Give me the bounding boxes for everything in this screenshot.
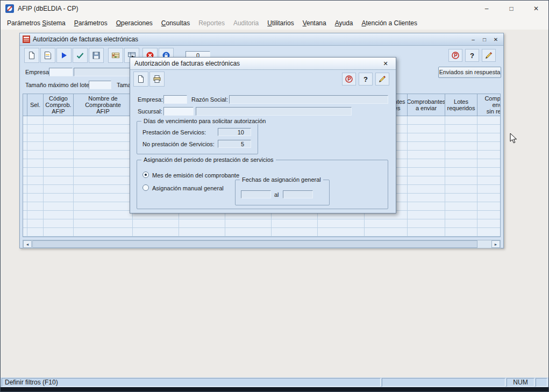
table-cell	[477, 211, 501, 219]
radio-asignacion-manual-label[interactable]: Asignación manual general	[152, 185, 224, 191]
sucursal-name-field[interactable]	[196, 107, 352, 116]
child-minimize-button[interactable]: –	[468, 35, 478, 44]
window-title: AFIP (dbELDIA - CP)	[18, 5, 78, 12]
menu-item-consultas[interactable]: Consultas	[157, 18, 194, 28]
fecha-hasta-field[interactable]	[283, 190, 313, 198]
table-cell	[408, 159, 445, 167]
radio-mes-emision[interactable]	[142, 172, 149, 178]
table-cell	[44, 116, 74, 124]
menu-item-reportes: Reportes	[194, 18, 229, 28]
save-button[interactable]	[89, 48, 104, 63]
save-icon	[92, 51, 101, 60]
column-header-codigo-comprob-afip[interactable]: Código Comprob. AFIP	[44, 94, 74, 116]
prestacion-field[interactable]: 10	[218, 128, 251, 136]
column-header-col0[interactable]	[23, 94, 27, 116]
table-cell	[408, 202, 445, 210]
child-maximize-button[interactable]: □	[480, 35, 489, 44]
table-cell	[445, 168, 477, 176]
radio-asignacion-manual[interactable]	[142, 184, 149, 191]
enviados-sin-respuesta-button[interactable]: Enviados sin respuesta	[438, 67, 501, 78]
table-cell	[133, 219, 179, 227]
run-icon	[60, 51, 68, 60]
child-window-title: Autorización de facturas electrónicas	[33, 35, 138, 43]
minimize-button[interactable]: –	[474, 1, 499, 17]
column-header-lotes-requeridos[interactable]: Lotes requeridos	[445, 94, 477, 116]
new-document-icon	[27, 51, 36, 60]
table-row[interactable]	[23, 228, 500, 237]
dialog-new-button[interactable]	[133, 72, 148, 87]
maximize-button[interactable]: □	[499, 1, 524, 17]
razon-social-label: Razón Social:	[191, 96, 228, 103]
app-icon	[5, 4, 14, 13]
table-cell	[44, 211, 74, 219]
filters-pencil-icon	[484, 51, 493, 60]
column-header-comprobantes-a-enviar[interactable]: Comprobantes a enviar	[408, 94, 445, 116]
table-cell	[445, 133, 477, 141]
table-cell	[445, 228, 477, 236]
column-header-comprobantes-enviados-sin-respuesta[interactable]: Comprobantes enviados sin respuesta	[477, 94, 501, 116]
dialog-help-button[interactable]: ?	[359, 73, 373, 85]
dialog-close-button[interactable]: ✕	[380, 59, 391, 68]
table-cell	[477, 228, 501, 236]
radio-mes-emision-label[interactable]: Mes de emisión del comprobante	[152, 172, 239, 179]
new-button[interactable]	[24, 48, 39, 63]
child-close-button[interactable]: ✕	[491, 35, 501, 44]
menu-item-atencion-a-clientes[interactable]: Atención a Clientes	[358, 18, 422, 28]
exit-button[interactable]	[448, 49, 462, 62]
table-cell	[44, 159, 74, 167]
razon-social-field[interactable]	[229, 95, 388, 104]
table-cell	[74, 211, 133, 219]
menu-item-ventana[interactable]: Ventana	[298, 18, 331, 28]
scrollbar-thumb[interactable]	[32, 240, 477, 248]
tamano-lote-field[interactable]	[89, 81, 111, 89]
table-cell	[318, 228, 365, 236]
menu-item-parametros-sistema[interactable]: Parámetros Sistema	[3, 18, 70, 28]
table-cell	[74, 116, 133, 124]
table-cell	[477, 194, 501, 202]
no-prestacion-field[interactable]: 5	[218, 140, 251, 148]
fecha-desde-field[interactable]	[241, 190, 271, 198]
menu-item-parametros[interactable]: Parámetros	[70, 18, 112, 28]
help-button[interactable]: ?	[465, 49, 479, 62]
table-cell	[23, 125, 27, 133]
column-header-nombre-de-comprobante-afip[interactable]: Nombre de Comprobante AFIP	[74, 94, 133, 116]
menu-item-operaciones[interactable]: Operaciones	[112, 18, 157, 28]
properties-button[interactable]	[40, 48, 55, 63]
table-data-button[interactable]	[108, 48, 123, 63]
sucursal-field[interactable]	[163, 107, 194, 116]
menu-item-utilitarios[interactable]: Utilitarios	[263, 18, 298, 28]
table-row[interactable]	[23, 219, 500, 228]
table-cell	[23, 228, 27, 236]
close-button[interactable]: ✕	[524, 1, 548, 17]
scroll-right-button[interactable]: ►	[491, 240, 500, 248]
child-titlebar[interactable]: Autorización de facturas electrónicas – …	[20, 33, 503, 46]
empresa-code-field[interactable]	[49, 68, 73, 76]
filters-button[interactable]	[482, 49, 496, 62]
table-cell	[477, 159, 501, 167]
table-cell	[74, 133, 133, 141]
menubar: Parámetros SistemaParámetrosOperacionesC…	[1, 17, 548, 30]
table-cell	[27, 168, 44, 176]
dialog-print-button[interactable]	[149, 72, 165, 87]
table-cell	[477, 185, 501, 193]
dialog-exit-button[interactable]	[342, 73, 356, 85]
exit-icon	[345, 75, 353, 83]
dialog-filters-button[interactable]	[375, 73, 389, 85]
table-cell	[44, 228, 74, 236]
run-button[interactable]	[56, 48, 72, 63]
table-cell	[477, 151, 501, 159]
table-cell	[23, 142, 27, 150]
child-window-icon	[23, 35, 30, 43]
titlebar[interactable]: AFIP (dbELDIA - CP) – □ ✕	[1, 1, 548, 17]
dialog-empresa-field[interactable]	[163, 95, 187, 104]
horizontal-scrollbar[interactable]: ◄ ►	[23, 240, 501, 248]
dialog-titlebar[interactable]: Autorización de facturas electrónicas ✕	[130, 58, 396, 70]
table-cell	[408, 228, 445, 236]
table-cell	[44, 125, 74, 133]
column-header-sel[interactable]: Sel.	[27, 94, 44, 116]
scroll-left-button[interactable]: ◄	[23, 240, 32, 248]
confirm-button[interactable]	[73, 48, 88, 63]
menu-item-ayuda[interactable]: Ayuda	[331, 18, 358, 28]
table-cell	[27, 116, 44, 124]
table-cell	[179, 219, 225, 227]
